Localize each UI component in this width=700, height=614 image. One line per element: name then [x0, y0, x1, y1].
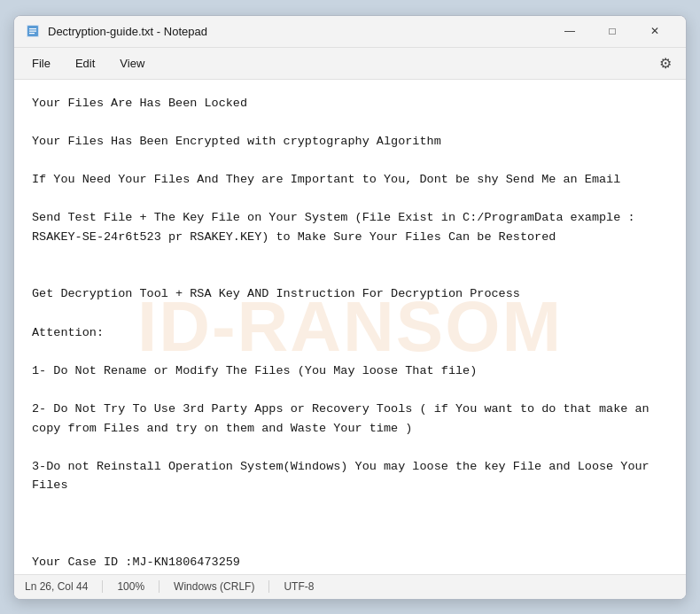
notepad-window: Dectryption-guide.txt - Notepad — □ ✕ Fi… — [13, 15, 687, 600]
app-icon — [25, 23, 41, 39]
svg-rect-3 — [29, 31, 36, 32]
settings-icon[interactable]: ⚙ — [652, 51, 679, 75]
menu-file[interactable]: File — [21, 53, 61, 74]
window-controls: — □ ✕ — [549, 17, 675, 45]
encoding: UTF-8 — [269, 580, 328, 593]
svg-rect-4 — [29, 33, 35, 34]
cursor-position: Ln 26, Col 44 — [25, 580, 103, 593]
svg-rect-2 — [29, 28, 36, 29]
window-title: Dectryption-guide.txt - Notepad — [48, 25, 549, 38]
menu-bar: File Edit View ⚙ — [14, 48, 686, 80]
menu-view[interactable]: View — [109, 53, 155, 74]
status-bar: Ln 26, Col 44 100% Windows (CRLF) UTF-8 — [14, 574, 686, 599]
close-button[interactable]: ✕ — [634, 17, 675, 45]
minimize-button[interactable]: — — [549, 17, 590, 45]
maximize-button[interactable]: □ — [592, 17, 633, 45]
title-bar: Dectryption-guide.txt - Notepad — □ ✕ — [14, 16, 686, 48]
menu-edit[interactable]: Edit — [65, 53, 105, 74]
line-ending: Windows (CRLF) — [159, 580, 269, 593]
zoom-level: 100% — [103, 580, 159, 593]
text-editor-area[interactable]: ID-RANSOM Your Files Are Has Been Locked… — [14, 80, 686, 574]
document-text: Your Files Are Has Been Locked Your File… — [32, 94, 668, 574]
